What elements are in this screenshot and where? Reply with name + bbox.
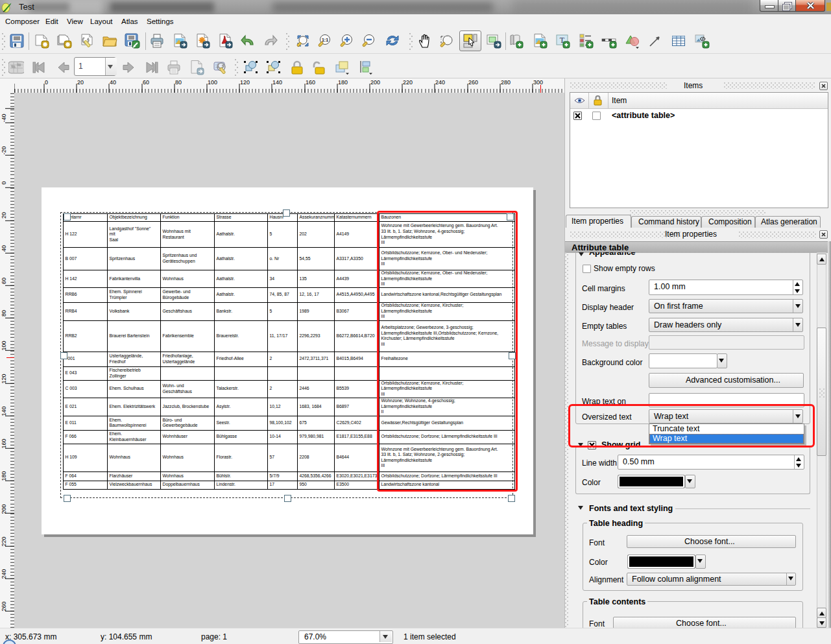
svg-text:1:1: 1:1 <box>322 38 328 42</box>
